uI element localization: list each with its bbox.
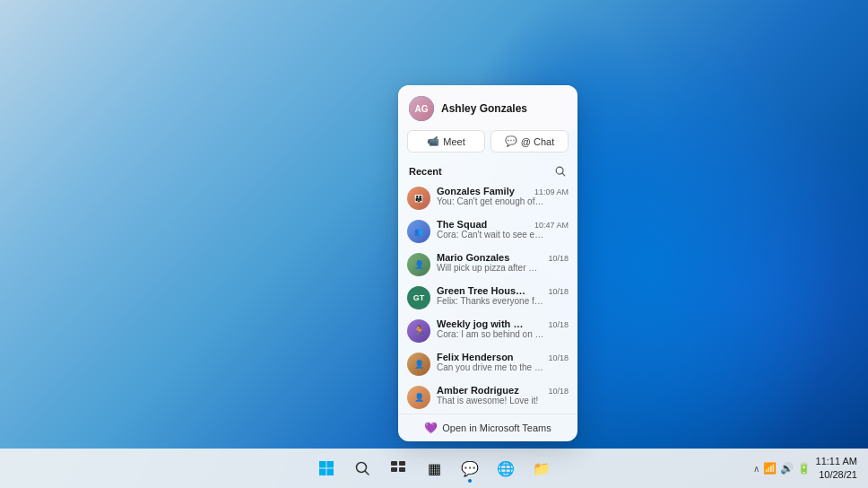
chat-taskbar-button[interactable]: 💬 [454,452,486,484]
svg-rect-5 [327,469,334,476]
svg-rect-11 [399,467,405,472]
avatar: 👤 [407,353,430,376]
user-avatar: AG [409,96,434,121]
list-item[interactable]: 👨‍👩‍👧 Gonzales Family 11:09 AM You: Can'… [398,181,577,214]
wifi-icon[interactable]: 📶 [763,462,777,475]
avatar: 🏃 [407,319,430,343]
system-tray: ∧ 📶 🔊 🔋 [753,462,811,475]
taskbar: ▦ 💬 🌐 📁 ∧ 📶 🔊 🔋 11:11 AM 10/28/21 [0,449,868,488]
contact-info: The Squad 10:47 AM Cora: Can't wait to s… [437,219,569,240]
list-item[interactable]: 🏃 Weekly jog with Cora 10/18 Cora: I am … [398,314,577,347]
widgets-button[interactable]: ▦ [418,452,450,484]
edge-button[interactable]: 🌐 [490,452,522,484]
search-taskbar-icon [354,460,370,476]
open-teams-button[interactable]: 💜 Open in Microsoft Teams [398,414,577,441]
date-display: 10/28/21 [816,468,857,482]
action-buttons: 📹 Meet 💬 @ Chat [398,130,577,161]
avatar: 👤 [407,386,430,409]
desktop: AG Ashley Gonzales 📹 Meet 💬 @ Chat Recen… [0,0,868,488]
avatar: 👥 [407,220,430,243]
task-view-button[interactable] [382,452,414,484]
battery-icon[interactable]: 🔋 [797,462,811,475]
meet-icon: 📹 [427,135,439,147]
svg-rect-9 [399,461,405,466]
list-item[interactable]: 👤 Amber Rodriguez 10/18 That is awesome!… [398,380,577,414]
svg-rect-2 [319,461,326,468]
footer-label: Open in Microsoft Teams [442,423,551,433]
svg-rect-8 [391,461,397,466]
avatar: GT [407,286,430,309]
meet-button[interactable]: 📹 Meet [407,130,485,152]
chat-button[interactable]: 💬 @ Chat [490,130,569,152]
taskbar-center: ▦ 💬 🌐 📁 [310,452,558,484]
svg-rect-3 [327,461,334,468]
avatar: 👨‍👩‍👧 [407,187,430,210]
svg-rect-4 [319,469,326,476]
contact-info: Felix Henderson 10/18 Can you drive me t… [437,352,569,372]
search-taskbar-button[interactable] [346,452,378,484]
contact-list: 👨‍👩‍👧 Gonzales Family 11:09 AM You: Can'… [398,181,577,414]
task-view-icon [390,460,406,476]
windows-icon [318,460,334,476]
file-explorer-button[interactable]: 📁 [525,452,558,484]
time-display: 11:11 AM [816,455,857,468]
svg-line-7 [365,471,369,475]
contact-info: Amber Rodriguez 10/18 That is awesome! L… [437,385,569,405]
contact-info: Green Tree House PTA 10/18 Felix: Thanks… [437,285,569,306]
search-icon[interactable] [554,165,567,178]
clock[interactable]: 11:11 AM 10/28/21 [816,455,857,483]
panel-header: AG Ashley Gonzales [398,85,577,130]
list-item[interactable]: 👥 The Squad 10:47 AM Cora: Can't wait to… [398,214,577,248]
contact-info: Mario Gonzales 10/18 Will pick up pizza … [437,252,569,273]
list-item[interactable]: 👤 Felix Henderson 10/18 Can you drive me… [398,347,577,380]
windows-start-button[interactable] [310,452,343,484]
volume-icon[interactable]: 🔊 [780,462,794,475]
user-name: Ashley Gonzales [441,102,527,115]
active-indicator [468,479,472,483]
list-item[interactable]: 👤 Mario Gonzales 10/18 Will pick up pizz… [398,248,577,281]
avatar: 👤 [407,253,430,276]
teams-icon: 💜 [424,422,438,434]
contact-info: Gonzales Family 11:09 AM You: Can't get … [437,186,569,206]
svg-rect-10 [391,467,397,472]
taskbar-right: ∧ 📶 🔊 🔋 11:11 AM 10/28/21 [753,455,857,483]
list-item[interactable]: GT Green Tree House PTA 10/18 Felix: Tha… [398,281,577,314]
recent-section-header: Recent [398,161,577,181]
chat-panel: AG Ashley Gonzales 📹 Meet 💬 @ Chat Recen… [398,85,577,441]
svg-line-1 [562,173,565,176]
chevron-icon[interactable]: ∧ [753,464,760,474]
contact-info: Weekly jog with Cora 10/18 Cora: I am so… [437,318,569,339]
chat-icon: 💬 [505,135,517,147]
